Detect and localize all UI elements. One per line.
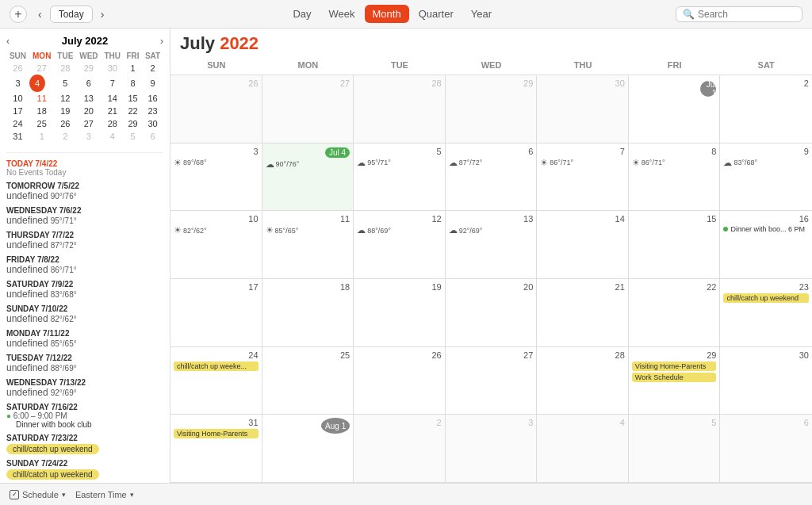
cal-cell[interactable]: 2 (354, 415, 446, 482)
cal-cell[interactable]: 30 (720, 347, 812, 415)
cal-cell[interactable]: 6☁87°/72° (446, 143, 538, 211)
prev-button[interactable]: ‹ (33, 6, 47, 22)
mini-cal-day[interactable]: 4 (102, 130, 124, 143)
tab-day[interactable]: Day (285, 5, 319, 23)
mini-cal-day[interactable]: 30 (102, 62, 124, 75)
timezone-selector[interactable]: Eastern Time ▾ (75, 490, 134, 499)
cal-cell[interactable]: Jul 1 (629, 75, 721, 143)
mini-cal-day[interactable]: 6 (76, 75, 102, 92)
mini-cal-day[interactable]: 12 (54, 92, 76, 105)
cal-cell[interactable]: 7☀86°/71° (537, 143, 629, 211)
mini-cal-day[interactable]: 29 (76, 62, 102, 75)
cal-cell[interactable]: 5☁95°/71° (354, 143, 446, 211)
schedule-checkbox[interactable]: ✓ (10, 490, 19, 499)
mini-cal-day[interactable]: 19 (54, 105, 76, 117)
mini-cal-day[interactable]: 5 (54, 75, 76, 92)
cal-cell[interactable]: 11☀85°/65° (262, 211, 354, 278)
mini-cal-day[interactable]: 28 (54, 62, 76, 75)
cal-cell[interactable]: 25 (262, 347, 354, 415)
cal-cell[interactable]: 20 (446, 279, 538, 346)
cal-cell[interactable]: 15 (629, 211, 721, 278)
cal-cell[interactable]: 4 (537, 415, 629, 482)
mini-cal-prev[interactable]: ‹ (6, 36, 10, 47)
next-button[interactable]: › (96, 6, 109, 22)
cal-cell[interactable]: 12☁88°/69° (354, 211, 446, 278)
cal-cell[interactable]: 21 (537, 279, 629, 346)
cal-cell[interactable]: 28 (537, 347, 629, 415)
cal-cell[interactable]: 29 (446, 75, 538, 143)
cal-event-dot[interactable]: Dinner with boo... 6 PM (723, 225, 809, 233)
cal-cell[interactable]: 16Dinner with boo... 6 PM (720, 211, 812, 278)
mini-cal-day[interactable]: 10 (6, 92, 29, 105)
mini-cal-day[interactable]: 27 (29, 62, 55, 75)
cal-cell[interactable]: Jul 4☁90°/76° (262, 143, 354, 211)
mini-cal-day[interactable]: 16 (142, 92, 163, 105)
cal-cell[interactable]: 26 (170, 75, 262, 143)
tab-year[interactable]: Year (463, 5, 500, 23)
tab-quarter[interactable]: Quarter (411, 5, 462, 23)
cal-cell[interactable]: 5 (629, 415, 721, 482)
cal-event-chip[interactable]: Visiting Home-Parents (174, 429, 259, 438)
cal-cell[interactable]: 17 (170, 279, 262, 346)
mini-cal-day[interactable]: 4 (29, 75, 45, 92)
cal-cell[interactable]: 10☀82°/62° (170, 211, 262, 278)
mini-cal-day[interactable]: 20 (76, 105, 102, 117)
cal-cell[interactable]: 3☀89°/68° (170, 143, 262, 211)
cal-cell[interactable]: 29Visiting Home-ParentsWork Schedule (629, 347, 721, 415)
cal-cell[interactable]: Aug 1 (262, 415, 354, 482)
schedule-toggle[interactable]: ✓ Schedule ▾ (10, 490, 66, 499)
cal-cell[interactable]: 2 (720, 75, 812, 143)
mini-cal-day[interactable]: 2 (142, 62, 163, 75)
mini-cal-day[interactable]: 9 (142, 75, 163, 92)
mini-cal-day[interactable]: 3 (76, 130, 102, 143)
mini-cal-day[interactable]: 18 (29, 105, 55, 117)
cal-cell[interactable]: 6 (720, 415, 812, 482)
mini-cal-day[interactable]: 5 (124, 130, 142, 143)
cal-cell[interactable]: 9☁83°/68° (720, 143, 812, 211)
mini-cal-day[interactable]: 25 (29, 117, 55, 130)
cal-event-chip[interactable]: chill/catch up weekend (723, 293, 809, 303)
cal-cell[interactable]: 30 (537, 75, 629, 143)
event-chip[interactable]: chill/catch up weekend (6, 469, 99, 480)
today-button[interactable]: Today (50, 6, 93, 23)
mini-cal-day[interactable]: 15 (124, 92, 142, 105)
mini-cal-day[interactable]: 26 (6, 62, 29, 75)
add-button[interactable]: + (10, 6, 27, 23)
mini-cal-next[interactable]: › (160, 36, 163, 47)
cal-cell[interactable]: 26 (354, 347, 446, 415)
mini-cal-day[interactable]: 26 (54, 117, 76, 130)
mini-cal-day[interactable]: 28 (102, 117, 124, 130)
cal-cell[interactable]: 27 (262, 75, 354, 143)
tab-month[interactable]: Month (365, 5, 409, 23)
mini-cal-day[interactable]: 14 (102, 92, 124, 105)
sidebar-event-title[interactable]: Dinner with book club (6, 420, 163, 429)
mini-cal-day[interactable]: 30 (142, 117, 163, 130)
mini-cal-day[interactable]: 6 (142, 130, 163, 143)
mini-cal-day[interactable]: 11 (29, 92, 55, 105)
cal-cell[interactable]: 22 (629, 279, 721, 346)
mini-cal-day[interactable]: 27 (76, 117, 102, 130)
cal-event-chip[interactable]: chill/catch up weeke... (174, 362, 259, 371)
cal-event-chip3[interactable]: Work Schedule (632, 373, 717, 382)
cal-cell[interactable]: 13☁92°/69° (446, 211, 538, 278)
cal-cell[interactable]: 24chill/catch up weeke... (170, 347, 262, 415)
mini-cal-day[interactable]: 31 (6, 130, 29, 143)
event-chip[interactable]: chill/catch up weekend (6, 444, 99, 454)
mini-cal-day[interactable]: 24 (6, 117, 29, 130)
mini-cal-day[interactable]: 22 (124, 105, 142, 117)
cal-cell[interactable]: 18 (262, 279, 354, 346)
cal-cell[interactable]: 27 (446, 347, 538, 415)
cal-cell[interactable]: 14 (537, 211, 629, 278)
mini-cal-day[interactable]: 3 (6, 75, 29, 92)
mini-cal-day[interactable]: 29 (124, 117, 142, 130)
cal-cell[interactable]: 31Visiting Home-Parents (170, 415, 262, 482)
tab-week[interactable]: Week (321, 5, 363, 23)
cal-cell[interactable]: 23chill/catch up weekend (720, 279, 812, 346)
cal-cell[interactable]: 8☀86°/71° (629, 143, 721, 211)
mini-cal-day[interactable]: 21 (102, 105, 124, 117)
search-box[interactable]: 🔍 (676, 6, 802, 22)
mini-cal-day[interactable]: 23 (142, 105, 163, 117)
mini-cal-day[interactable]: 1 (124, 62, 142, 75)
cal-cell[interactable]: 28 (354, 75, 446, 143)
mini-cal-day[interactable]: 17 (6, 105, 29, 117)
